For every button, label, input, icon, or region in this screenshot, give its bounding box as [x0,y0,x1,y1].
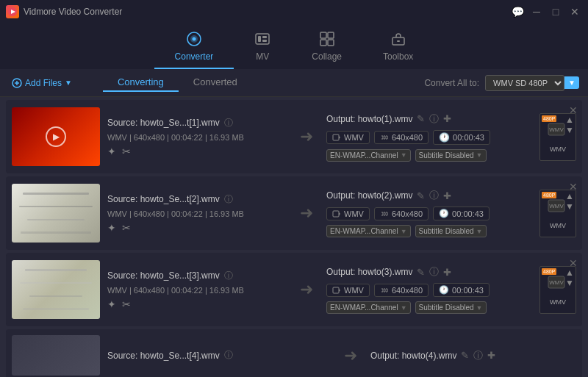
info-icon-2[interactable]: ⓘ [224,193,233,206]
preview-label-2: 480P [542,192,556,198]
nav-toolbox[interactable]: Toolbox [362,26,434,69]
thumb-down-2[interactable]: ▼ [565,202,574,211]
item-close-2[interactable]: ✕ [569,181,578,193]
file-info-4: Source: howto_Se...t[4].wmv ⓘ [107,349,331,362]
edit-icon-2[interactable]: ✎ [417,190,425,201]
duration-badge-1: 🕐 00:00:43 [433,130,490,145]
output-area-4: Output: howto(4).wmv ✎ ⓘ ✚ [370,349,576,362]
thumb-up-3[interactable]: ▲ [565,268,574,277]
format-selector: WMV SD 480P ▼ [485,75,579,91]
resolution-badge-1: 640x480 [374,131,429,144]
svg-point-4 [192,37,196,41]
info2-icon-3[interactable]: ⓘ [429,265,439,279]
info2-icon-2[interactable]: ⓘ [429,189,439,202]
edit-icon-1[interactable]: ✎ [417,113,425,124]
file-actions-1: ✦ ✂ [107,146,287,157]
file-list: ▶ Source: howto_Se...t[1].wmv ⓘ WMV | 64… [0,97,588,377]
output-settings-audio-3: EN-WMAP...Channel ▼ Subtitle Disabled ▼ [326,301,532,314]
effects-icon-3[interactable]: ✦ [107,298,116,310]
output-settings-2: WMV 640x480 🕐 00:00:43 [326,207,532,220]
source-name-3: Source: howto_Se...t[3].wmv [107,270,220,281]
subtitle-arrow-1: ▼ [476,151,483,159]
close-button[interactable]: ✕ [567,4,582,19]
audio-arrow-3: ▼ [401,304,407,312]
preview-format-2: WMV [550,222,566,229]
cut-icon-3[interactable]: ✂ [122,298,131,310]
audio-dropdown-3[interactable]: EN-WMAP...Channel ▼ [326,301,411,314]
output-settings-1: WMV 640x480 🕐 00:00:43 [326,130,532,145]
info-icon-1[interactable]: ⓘ [224,117,233,129]
item-close-3[interactable]: ✕ [569,257,578,269]
subtitle-dropdown-2[interactable]: Subtitle Disabled ▼ [415,225,487,237]
thumb-down-3[interactable]: ▼ [565,279,574,287]
format-dropdown-arrow[interactable]: ▼ [564,76,579,89]
collage-label: Collage [312,51,342,62]
file-info-2: Source: howto_Se...t[2].wmv ⓘ WMV | 640x… [107,193,287,234]
output-name-1: Output: howto(1).wmv [326,114,412,124]
tab-converted[interactable]: Converted [179,73,252,92]
output-name-3: Output: howto(3).wmv [326,267,412,277]
cut-icon-2[interactable]: ✂ [122,222,131,234]
arrow-1: ➜ [294,127,319,146]
message-button[interactable]: 💬 [510,4,525,19]
item-close-1[interactable]: ✕ [569,104,578,116]
source-name-1: Source: howto_Se...t[1].wmv [107,118,220,128]
output-preview-3: 480P WMV WMV ▲ ▼ [539,266,576,314]
nav-mv[interactable]: MV [234,26,291,69]
subtitle-dropdown-1[interactable]: Subtitle Disabled ▼ [415,149,487,162]
source-name-4: Source: howto_Se...t[4].wmv [107,351,220,361]
svg-text:WMV: WMV [549,203,564,209]
info-icon-4[interactable]: ⓘ [224,349,233,362]
collage-icon [319,31,335,49]
add-output-icon-1[interactable]: ✚ [443,113,451,124]
thumbnail-3 [12,260,100,319]
preview-format-3: WMV [550,298,566,306]
info-icon-3[interactable]: ⓘ [224,270,233,282]
nav-bar: Converter MV Collage [0,24,588,69]
clock-icon-2: 🕐 [439,209,449,218]
audio-dropdown-1[interactable]: EN-WMAP...Channel ▼ [326,149,411,162]
svg-text:WMV: WMV [549,279,564,286]
resolution-badge-3: 640x480 [374,284,429,297]
thumb-up-1[interactable]: ▲ [565,115,574,124]
minimize-button[interactable]: ─ [529,4,544,19]
info2-icon-4[interactable]: ⓘ [473,349,483,362]
thumb-up-2[interactable]: ▲ [565,192,574,201]
info2-icon-1[interactable]: ⓘ [429,112,439,126]
add-output-icon-3[interactable]: ✚ [443,267,451,278]
output-area-1: Output: howto(1).wmv ✎ ⓘ ✚ WMV 640x480 🕐… [326,112,532,162]
titlebar-controls: 💬 ─ □ ✕ [510,4,582,19]
duration-badge-2: 🕐 00:00:43 [433,207,490,220]
duration-badge-3: 🕐 00:00:43 [433,283,490,297]
subtitle-dropdown-3[interactable]: Subtitle Disabled ▼ [415,301,487,314]
add-files-label: Add Files [25,78,62,88]
edit-icon-3[interactable]: ✎ [417,267,425,278]
maximize-button[interactable]: □ [548,4,563,19]
add-files-button[interactable]: Add Files ▼ [9,76,75,90]
nav-collage[interactable]: Collage [291,26,362,69]
output-name-row-1: Output: howto(1).wmv ✎ ⓘ ✚ [326,112,532,126]
audio-dropdown-2[interactable]: EN-WMAP...Channel ▼ [326,225,411,237]
cut-icon-1[interactable]: ✂ [122,146,131,157]
titlebar: Vidmore Video Converter 💬 ─ □ ✕ [0,0,588,24]
file-actions-3: ✦ ✂ [107,298,287,310]
add-dropdown-icon[interactable]: ▼ [65,79,72,87]
edit-icon-4[interactable]: ✎ [461,350,469,361]
add-output-icon-2[interactable]: ✚ [443,190,451,201]
thumb-down-1[interactable]: ▼ [565,126,574,134]
file-info-1: Source: howto_Se...t[1].wmv ⓘ WMV | 640x… [107,117,287,157]
add-output-icon-4[interactable]: ✚ [487,350,495,361]
effects-icon-2[interactable]: ✦ [107,222,116,234]
effects-icon-1[interactable]: ✦ [107,146,116,157]
format-select[interactable]: WMV SD 480P [485,75,564,91]
svg-rect-6 [258,36,261,42]
thumb-controls-2: ▲ ▼ [565,192,574,211]
output-name-row-2: Output: howto(2).wmv ✎ ⓘ ✚ [326,189,532,202]
tab-converting[interactable]: Converting [103,73,179,92]
nav-converter[interactable]: Converter [154,26,234,69]
file-item-4: Source: howto_Se...t[4].wmv ⓘ ➜ Output: … [6,329,582,377]
output-name-row-4: Output: howto(4).wmv ✎ ⓘ ✚ [370,349,576,362]
file-actions-2: ✦ ✂ [107,222,287,234]
output-settings-3: WMV 640x480 🕐 00:00:43 [326,283,532,297]
play-button-1[interactable]: ▶ [46,126,66,147]
